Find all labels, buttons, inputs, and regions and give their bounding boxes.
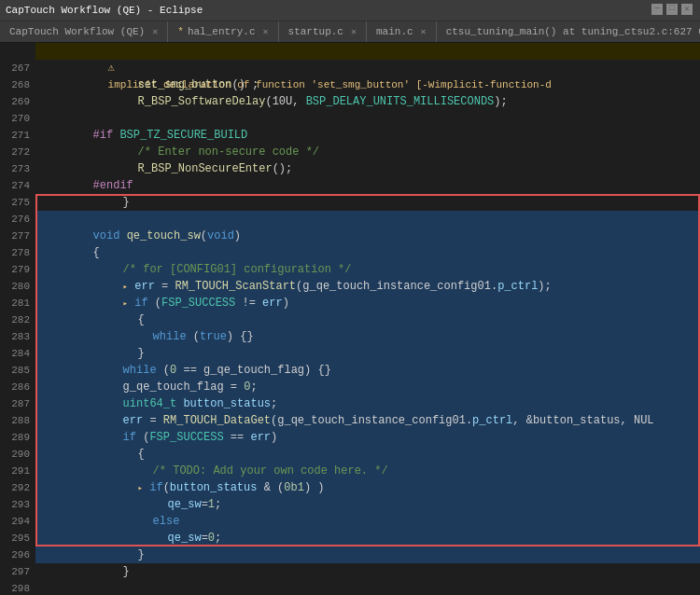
preprocessor-endif: #endif bbox=[93, 179, 133, 192]
tab-captough[interactable]: CapTouch Workflow (QE) ✕ bbox=[0, 21, 168, 42]
num-1: 1 bbox=[208, 498, 215, 511]
comment-config01: /* for [CONFIG01] configuration */ bbox=[123, 263, 352, 276]
macro-fsp-success: FSP_SUCCESS bbox=[161, 297, 235, 310]
title-bar: CapTouch Workflow (QE) - Eclipse ─ □ ✕ bbox=[0, 0, 700, 21]
var-err2: err bbox=[262, 297, 283, 310]
var-button-status2: button_status bbox=[170, 481, 258, 494]
keyword-void2: void bbox=[207, 229, 234, 242]
tab-close-startup[interactable]: ✕ bbox=[351, 26, 357, 37]
num-0b1: 0b1 bbox=[284, 481, 304, 494]
preprocessor-if: #if bbox=[93, 129, 114, 142]
line-num-287: 287 bbox=[0, 395, 30, 412]
line-num-275: 275 bbox=[0, 194, 30, 211]
tab-ctsu-tuning[interactable]: ctsu_tuning_main() at tuning_ctsu2.c:627… bbox=[437, 21, 700, 42]
line-num-294: 294 bbox=[0, 513, 30, 530]
close-button[interactable]: ✕ bbox=[681, 4, 693, 15]
code-line-267: set_smg_button() ; bbox=[35, 60, 700, 76]
line-num-warning bbox=[0, 43, 30, 60]
fn-bsp-nonsecure: R_BSP_NonSecureEnter bbox=[138, 162, 273, 175]
type-uint64: uint64_t bbox=[123, 397, 177, 410]
var-err3: err bbox=[123, 414, 144, 427]
keyword-if: if bbox=[134, 297, 147, 310]
line-num-291: 291 bbox=[0, 463, 30, 479]
window-title: CapTouch Workflow (QE) - Eclipse bbox=[6, 5, 203, 16]
tab-label: startup.c bbox=[288, 26, 343, 37]
tab-label: CapTouch Workflow (QE) bbox=[9, 26, 145, 37]
code-line-297 bbox=[35, 563, 700, 580]
line-num-276: 276 bbox=[0, 211, 30, 228]
tab-hal-entry[interactable]: * hal_entry.c ✕ bbox=[168, 21, 278, 42]
tab-startup[interactable]: startup.c ✕ bbox=[279, 21, 367, 42]
tab-close-hal[interactable]: ✕ bbox=[263, 26, 269, 37]
var-button-status: button_status bbox=[183, 397, 271, 410]
var-qe-sw: qe_sw bbox=[168, 498, 202, 511]
keyword-while: while bbox=[153, 330, 187, 343]
line-num-280: 280 bbox=[0, 278, 30, 295]
var-qe-sw2: qe_sw bbox=[168, 532, 202, 545]
comment-todo: /* TODO: Add your own code here. */ bbox=[153, 464, 388, 477]
keyword-if3: if bbox=[149, 481, 162, 494]
tab-main[interactable]: main.c ✕ bbox=[367, 21, 437, 42]
var-p-ctrl2: p_ctrl bbox=[472, 414, 512, 427]
line-num-288: 288 bbox=[0, 412, 30, 429]
line-num-293: 293 bbox=[0, 496, 30, 513]
comment-non-secure: /* Enter non-secure code */ bbox=[138, 145, 319, 159]
fn-qe-touch-sw: qe_touch_sw bbox=[127, 229, 201, 242]
code-area: ⚠ implicit declaration of function 'set_… bbox=[35, 43, 700, 595]
line-num-271: 271 bbox=[0, 127, 30, 144]
tab-bar: CapTouch Workflow (QE) ✕ * hal_entry.c ✕… bbox=[0, 21, 700, 43]
tab-close-main[interactable]: ✕ bbox=[421, 26, 427, 37]
line-num-297: 297 bbox=[0, 563, 30, 580]
keyword-else: else bbox=[153, 515, 180, 528]
line-num-285: 285 bbox=[0, 362, 30, 379]
macro-bsp-tz: BSP_TZ_SECURE_BUILD bbox=[119, 129, 247, 142]
line-num-268: 268 bbox=[0, 76, 30, 93]
code-line-278: /* for [CONFIG01] configuration */ bbox=[35, 244, 700, 261]
macro-bsp-delay-units: BSP_DELAY_UNITS_MILLISECONDS bbox=[306, 95, 495, 108]
main-content: 267 268 269 270 271 272 273 274 275 276 … bbox=[0, 43, 700, 595]
line-num-272: 272 bbox=[0, 144, 30, 160]
line-num-270: 270 bbox=[0, 110, 30, 127]
line-numbers: 267 268 269 270 271 272 273 274 275 276 … bbox=[0, 43, 35, 595]
fn-bsp-delay: R_BSP_SoftwareDelay bbox=[138, 95, 266, 108]
code-line-275 bbox=[35, 194, 700, 211]
line-num-282: 282 bbox=[0, 311, 30, 328]
fn-rm-touch-dataget: RM_TOUCH_DataGet bbox=[163, 414, 271, 427]
keyword-while2: while bbox=[123, 364, 157, 377]
code-line-270: #if BSP_TZ_SECURE_BUILD bbox=[35, 110, 700, 127]
window-controls[interactable]: ─ □ ✕ bbox=[651, 4, 693, 15]
line-num-296: 296 bbox=[0, 547, 30, 563]
keyword-true: true bbox=[200, 330, 227, 343]
fn-rm-touch-scan: RM_TOUCH_ScanStart bbox=[175, 280, 296, 293]
tab-close-captough[interactable]: ✕ bbox=[152, 26, 158, 37]
macro-fsp-success2: FSP_SUCCESS bbox=[149, 431, 223, 444]
line-num-273: 273 bbox=[0, 160, 30, 177]
line-num-281: 281 bbox=[0, 295, 30, 311]
line-num-269: 269 bbox=[0, 93, 30, 110]
var-err: err bbox=[134, 280, 155, 293]
line-num-298: 298 bbox=[0, 580, 30, 595]
line-num-284: 284 bbox=[0, 345, 30, 362]
var-p-ctrl: p_ctrl bbox=[497, 280, 538, 293]
tab-label: main.c bbox=[376, 26, 413, 37]
var-err4: err bbox=[250, 431, 271, 444]
keyword-void: void bbox=[93, 229, 120, 242]
line-num-277: 277 bbox=[0, 228, 30, 244]
line-num-286: 286 bbox=[0, 379, 30, 395]
warning-icon: ⚠ bbox=[108, 62, 115, 75]
maximize-button[interactable]: □ bbox=[666, 4, 678, 15]
line-num-279: 279 bbox=[0, 261, 30, 278]
minimize-button[interactable]: ─ bbox=[651, 4, 663, 15]
line-num-274: 274 bbox=[0, 177, 30, 194]
tab-modified-indicator: * bbox=[177, 26, 184, 37]
line-num-292: 292 bbox=[0, 479, 30, 496]
line-num-289: 289 bbox=[0, 429, 30, 446]
line-num-267: 267 bbox=[0, 60, 30, 76]
line-num-290: 290 bbox=[0, 446, 30, 463]
warning-line: ⚠ implicit declaration of function 'set_… bbox=[35, 43, 700, 60]
tab-label: ctsu_tuning_main() at tuning_ctsu2.c:627… bbox=[446, 26, 700, 37]
code-line-276: void qe_touch_sw(void) bbox=[35, 211, 700, 228]
line-num-283: 283 bbox=[0, 328, 30, 345]
line-num-295: 295 bbox=[0, 530, 30, 547]
tab-label: hal_entry.c bbox=[188, 26, 256, 37]
